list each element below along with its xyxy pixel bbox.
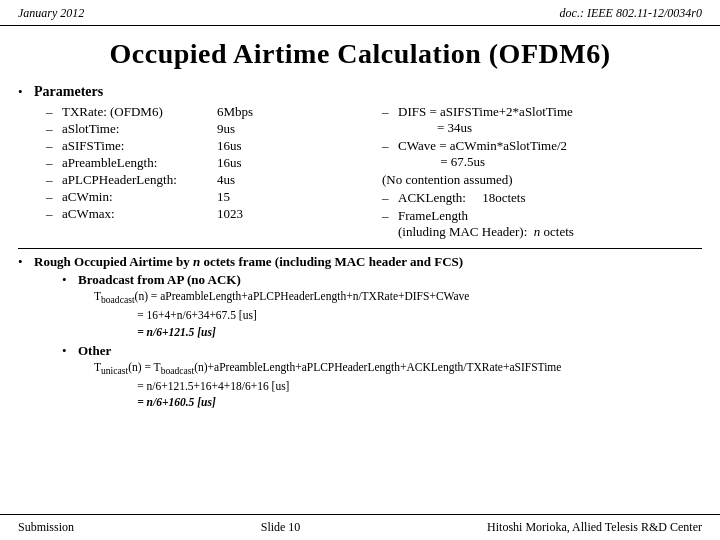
right-framelen-content: FrameLength (inluding MAC Header): n oct…: [398, 208, 702, 240]
header: January 2012 doc.: IEEE 802.11-12/0034r0: [0, 0, 720, 26]
footer-right: Hitoshi Morioka, Allied Telesis R&D Cent…: [487, 520, 702, 535]
broadcast-item: • Broadcast from AP (no ACK) Tboadcast(n…: [34, 272, 561, 341]
bullet-2: •: [18, 254, 34, 270]
broadcast-header: Broadcast from AP (no ACK): [78, 272, 561, 288]
page-title: Occupied Airtime Calculation (OFDM6): [0, 26, 720, 80]
params-right-col: – DIFS = aSIFSTime+2*aSlotTime = 34us – …: [374, 104, 702, 242]
content-area: • Parameters – TXRate: (OFDM6) 6Mbps – a…: [0, 80, 720, 418]
other-formula2: = n/6+121.5+16+4+18/6+16 [us]: [78, 378, 561, 395]
sub-bullet-1: •: [62, 272, 78, 288]
footer: Submission Slide 10 Hitoshi Morioka, All…: [0, 514, 720, 540]
params-layout: – TXRate: (OFDM6) 6Mbps – aSlotTime: 9us…: [34, 104, 702, 242]
right-cwave-content: CWave = aCWmin*aSlotTime/2 = 67.5us: [398, 138, 702, 170]
sub-bullet-2: •: [62, 343, 78, 359]
footer-center: Slide 10: [261, 520, 301, 535]
dash-4: –: [46, 155, 62, 171]
dash-7: –: [46, 206, 62, 222]
other-header: Other: [78, 343, 561, 359]
param-val-aslot: 9us: [217, 121, 267, 137]
param-name-asifs: aSIFSTime:: [62, 138, 217, 154]
params-header: Parameters: [34, 84, 702, 100]
param-asifs: – aSIFSTime: 16us: [34, 138, 374, 154]
param-aplcp: – aPLCPHeaderLength: 4us: [34, 172, 374, 188]
param-name-aplcp: aPLCPHeaderLength:: [62, 172, 217, 188]
header-left: January 2012: [18, 6, 84, 21]
broadcast-result: = n/6+121.5 [us]: [78, 324, 561, 341]
param-val-acwmin: 15: [217, 189, 267, 205]
rough-section: • Rough Occupied Airtime by n octets fra…: [18, 254, 702, 411]
rough-label2: octets frame (including MAC header and F…: [200, 254, 463, 269]
dash-5: –: [46, 172, 62, 188]
divider: [18, 248, 702, 249]
rough-label: Rough Occupied Airtime by: [34, 254, 193, 269]
right-dash-3: –: [382, 190, 398, 206]
dash-1: –: [46, 104, 62, 120]
framelen-line1: FrameLength: [398, 208, 702, 224]
param-name-apreamble: aPreambleLength:: [62, 155, 217, 171]
param-name-txrate: TXRate: (OFDM6): [62, 104, 217, 120]
difs-line1: DIFS = aSIFSTime+2*aSlotTime: [398, 104, 702, 120]
other-result: = n/6+160.5 [us]: [78, 394, 561, 411]
other-item: • Other Tunicast(n) = Tboadcast(n)+aPrea…: [34, 343, 561, 412]
param-txrate: – TXRate: (OFDM6) 6Mbps: [34, 104, 374, 120]
params-left-col: – TXRate: (OFDM6) 6Mbps – aSlotTime: 9us…: [34, 104, 374, 242]
broadcast-formula1: Tboadcast(n) = aPreambleLength+aPLCPHead…: [78, 288, 561, 307]
param-aslot: – aSlotTime: 9us: [34, 121, 374, 137]
right-dash-2: –: [382, 138, 398, 154]
params-block: Parameters – TXRate: (OFDM6) 6Mbps – aSl…: [34, 84, 702, 242]
param-name-aslot: aSlotTime:: [62, 121, 217, 137]
param-val-acwmax: 1023: [217, 206, 267, 222]
param-val-txrate: 6Mbps: [217, 104, 267, 120]
bcast-sub1: boadcast: [101, 294, 135, 305]
param-acwmin: – aCWmin: 15: [34, 189, 374, 205]
other-sub2: boadcast: [161, 365, 195, 376]
right-dash-4: –: [382, 208, 398, 224]
header-right: doc.: IEEE 802.11-12/0034r0: [560, 6, 702, 21]
param-val-apreamble: 16us: [217, 155, 267, 171]
difs-line2: = 34us: [398, 120, 702, 136]
right-framelen: – FrameLength (inluding MAC Header): n o…: [374, 208, 702, 240]
other-sub1: unicast: [101, 365, 128, 376]
broadcast-formula2: = 16+4+n/6+34+67.5 [us]: [78, 307, 561, 324]
acklen-value: 18octets: [482, 190, 525, 205]
cwave-line1: CWave = aCWmin*aSlotTime/2: [398, 138, 702, 154]
right-cwave: – CWave = aCWmin*aSlotTime/2 = 67.5us: [374, 138, 702, 170]
bullet-1: •: [18, 84, 34, 100]
param-val-aplcp: 4us: [217, 172, 267, 188]
rough-content: Rough Occupied Airtime by n octets frame…: [34, 254, 561, 411]
no-contention: (No contention assumed): [374, 172, 702, 188]
right-acklen-content: ACKLength: 18octets: [398, 190, 702, 206]
right-difs-content: DIFS = aSIFSTime+2*aSlotTime = 34us: [398, 104, 702, 136]
rough-title-line: Rough Occupied Airtime by n octets frame…: [34, 254, 561, 270]
param-val-asifs: 16us: [217, 138, 267, 154]
footer-left: Submission: [18, 520, 74, 535]
framelen-value: n: [534, 224, 541, 239]
other-content: Other Tunicast(n) = Tboadcast(n)+aPreamb…: [78, 343, 561, 412]
broadcast-content: Broadcast from AP (no ACK) Tboadcast(n) …: [78, 272, 561, 341]
right-difs: – DIFS = aSIFSTime+2*aSlotTime = 34us: [374, 104, 702, 136]
acklen-label: ACKLength:: [398, 190, 466, 205]
parameters-section: • Parameters – TXRate: (OFDM6) 6Mbps – a…: [18, 84, 702, 242]
param-name-acwmin: aCWmin:: [62, 189, 217, 205]
dash-2: –: [46, 121, 62, 137]
dash-3: –: [46, 138, 62, 154]
cwave-line2: = 67.5us: [398, 154, 702, 170]
other-formula1: Tunicast(n) = Tboadcast(n)+aPreambleLeng…: [78, 359, 561, 378]
framelen-line2: (inluding MAC Header): n octets: [398, 224, 702, 240]
param-apreamble: – aPreambleLength: 16us: [34, 155, 374, 171]
dash-6: –: [46, 189, 62, 205]
right-dash-1: –: [382, 104, 398, 120]
right-acklen: – ACKLength: 18octets: [374, 190, 702, 206]
param-acwmax: – aCWmax: 1023: [34, 206, 374, 222]
param-name-acwmax: aCWmax:: [62, 206, 217, 222]
